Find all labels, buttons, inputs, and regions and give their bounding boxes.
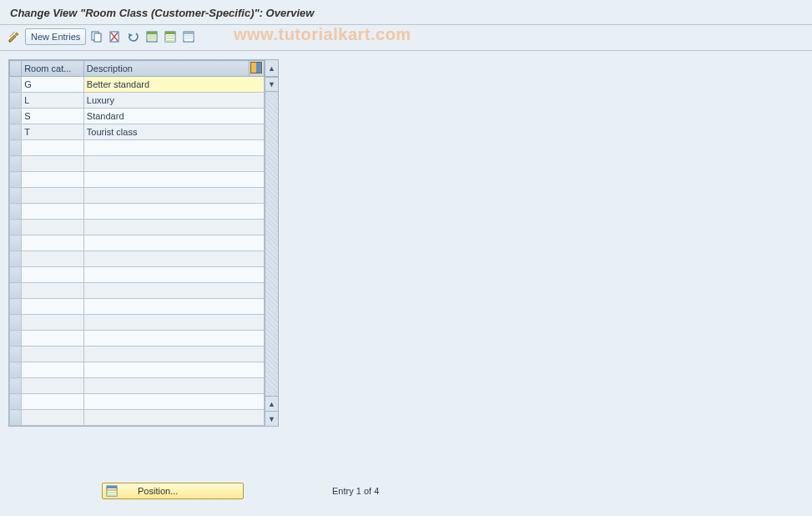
cell-room-cat[interactable]: L bbox=[22, 93, 84, 109]
cell-empty[interactable] bbox=[83, 188, 264, 204]
svg-rect-15 bbox=[184, 38, 194, 39]
cell-empty[interactable] bbox=[22, 156, 84, 172]
cell-empty[interactable] bbox=[83, 410, 264, 426]
svg-rect-10 bbox=[165, 38, 175, 39]
cell-empty[interactable] bbox=[22, 315, 84, 331]
cell-empty[interactable] bbox=[22, 188, 84, 204]
cell-room-cat[interactable]: G bbox=[22, 77, 84, 93]
cell-empty[interactable] bbox=[22, 347, 84, 362]
cell-description[interactable]: Standard bbox=[83, 109, 264, 124]
cell-empty[interactable] bbox=[83, 362, 264, 378]
cell-empty[interactable] bbox=[83, 172, 264, 188]
deselect-all-icon[interactable] bbox=[181, 28, 196, 45]
svg-rect-20 bbox=[107, 494, 117, 496]
row-selector[interactable] bbox=[10, 235, 22, 251]
cell-empty[interactable] bbox=[22, 235, 84, 251]
table-corner[interactable] bbox=[10, 61, 22, 77]
cell-empty[interactable] bbox=[83, 315, 264, 331]
room-class-table: Room cat... Description G Better standar… bbox=[9, 60, 265, 426]
cell-empty[interactable] bbox=[22, 299, 84, 315]
row-selector[interactable] bbox=[10, 331, 22, 347]
svg-rect-11 bbox=[165, 40, 175, 42]
svg-rect-9 bbox=[165, 35, 175, 37]
undo-icon[interactable] bbox=[126, 28, 141, 45]
scroll-down-icon[interactable]: ▼ bbox=[265, 411, 278, 426]
cell-empty[interactable] bbox=[83, 394, 264, 410]
svg-rect-14 bbox=[184, 35, 194, 37]
cell-empty[interactable] bbox=[22, 140, 84, 156]
row-selector[interactable] bbox=[10, 93, 22, 109]
scroll-up-icon[interactable]: ▲ bbox=[265, 60, 278, 77]
cell-empty[interactable] bbox=[22, 283, 84, 299]
row-selector[interactable] bbox=[10, 315, 22, 331]
toggle-display-change-icon[interactable] bbox=[7, 28, 22, 45]
cell-empty[interactable] bbox=[83, 204, 264, 220]
position-label: Position... bbox=[138, 486, 178, 496]
scroll-up-icon[interactable]: ▲ bbox=[265, 396, 278, 411]
cell-empty[interactable] bbox=[22, 251, 84, 267]
cell-empty[interactable] bbox=[22, 378, 84, 394]
row-selector[interactable] bbox=[10, 77, 22, 93]
scroll-down-icon[interactable]: ▼ bbox=[265, 77, 278, 92]
copy-icon[interactable] bbox=[89, 28, 104, 45]
svg-rect-6 bbox=[147, 38, 157, 39]
cell-empty[interactable] bbox=[83, 140, 264, 156]
cell-empty[interactable] bbox=[83, 283, 264, 299]
cell-empty[interactable] bbox=[83, 220, 264, 235]
row-selector[interactable] bbox=[10, 410, 22, 426]
svg-rect-13 bbox=[184, 32, 194, 34]
cell-empty[interactable] bbox=[83, 267, 264, 283]
cell-empty[interactable] bbox=[22, 267, 84, 283]
cell-empty[interactable] bbox=[22, 362, 84, 378]
row-selector[interactable] bbox=[10, 124, 22, 140]
svg-rect-19 bbox=[107, 492, 117, 493]
cell-empty[interactable] bbox=[83, 251, 264, 267]
cell-room-cat[interactable]: T bbox=[22, 124, 84, 140]
cell-description[interactable]: Luxury bbox=[83, 93, 264, 109]
row-selector[interactable] bbox=[10, 394, 22, 410]
row-selector[interactable] bbox=[10, 299, 22, 315]
select-block-icon[interactable] bbox=[163, 28, 178, 45]
config-icon bbox=[250, 62, 262, 73]
cell-empty[interactable] bbox=[22, 220, 84, 235]
row-selector[interactable] bbox=[10, 156, 22, 172]
cell-empty[interactable] bbox=[22, 204, 84, 220]
row-selector[interactable] bbox=[10, 283, 22, 299]
row-selector[interactable] bbox=[10, 220, 22, 235]
row-selector[interactable] bbox=[10, 188, 22, 204]
cell-empty[interactable] bbox=[83, 331, 264, 347]
table-scrollbar[interactable]: ▲ ▼ ▲ ▼ bbox=[265, 60, 278, 426]
position-button[interactable]: Position... bbox=[102, 483, 244, 499]
row-selector[interactable] bbox=[10, 140, 22, 156]
row-selector[interactable] bbox=[10, 347, 22, 362]
new-entries-button[interactable]: New Entries bbox=[25, 28, 86, 45]
select-all-icon[interactable] bbox=[144, 28, 159, 45]
cell-empty[interactable] bbox=[22, 331, 84, 347]
row-selector[interactable] bbox=[10, 109, 22, 124]
cell-description[interactable]: Better standard bbox=[83, 77, 264, 93]
row-selector[interactable] bbox=[10, 362, 22, 378]
watermark-text: www.tutorialkart.com bbox=[234, 25, 411, 44]
cell-empty[interactable] bbox=[22, 172, 84, 188]
row-selector[interactable] bbox=[10, 251, 22, 267]
cell-empty[interactable] bbox=[22, 410, 84, 426]
cell-empty[interactable] bbox=[83, 235, 264, 251]
cell-empty[interactable] bbox=[22, 394, 84, 410]
row-selector[interactable] bbox=[10, 378, 22, 394]
column-header-room-cat[interactable]: Room cat... bbox=[22, 61, 84, 77]
row-selector[interactable] bbox=[10, 204, 22, 220]
row-selector[interactable] bbox=[10, 172, 22, 188]
cell-empty[interactable] bbox=[83, 299, 264, 315]
delete-icon[interactable] bbox=[108, 28, 123, 45]
cell-empty[interactable] bbox=[83, 347, 264, 362]
cell-empty[interactable] bbox=[83, 156, 264, 172]
row-selector[interactable] bbox=[10, 267, 22, 283]
cell-empty[interactable] bbox=[83, 378, 264, 394]
svg-rect-17 bbox=[107, 486, 117, 488]
table-config-button[interactable] bbox=[249, 61, 264, 77]
cell-room-cat[interactable]: S bbox=[22, 109, 84, 124]
cell-description[interactable]: Tourist class bbox=[83, 124, 264, 140]
scroll-track[interactable] bbox=[265, 92, 278, 396]
position-icon bbox=[106, 485, 118, 497]
column-header-description[interactable]: Description bbox=[83, 61, 249, 77]
